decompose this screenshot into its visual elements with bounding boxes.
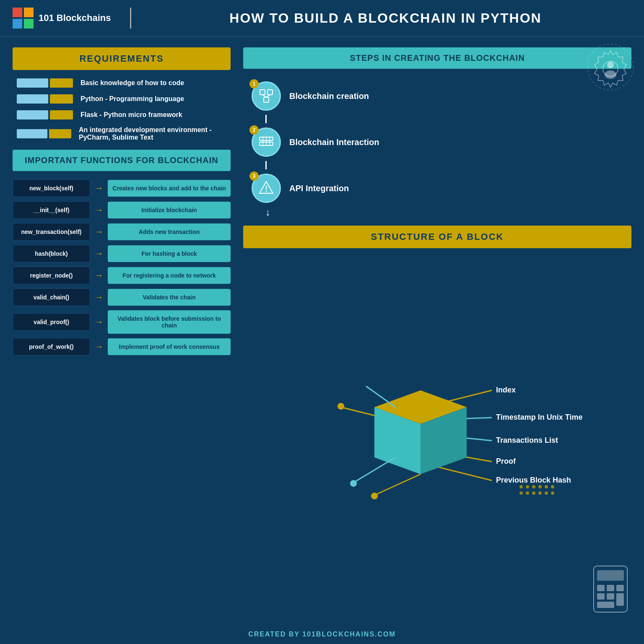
svg-rect-61	[597, 602, 614, 608]
logo-area: 101 Blockchains	[13, 8, 122, 29]
block-structure-header: STRUCTURE OF A BLOCK	[243, 226, 631, 248]
calculator-decoration	[589, 564, 631, 616]
svg-point-52	[338, 403, 344, 410]
func-desc-4: For registering a node to network	[108, 267, 231, 284]
svg-point-20	[605, 70, 616, 79]
step-num-2: 2	[249, 125, 259, 135]
step-circle-2: 2	[252, 127, 281, 157]
svg-text:Proof: Proof	[496, 457, 516, 465]
req-item-4: An integrated development environment - …	[17, 126, 226, 141]
requirements-header: REQUIREMENTS	[13, 47, 231, 70]
req-bar-4	[17, 129, 71, 138]
step-circle-1: 1	[252, 81, 281, 111]
func-arrow-7: →	[94, 341, 104, 352]
svg-rect-54	[597, 570, 624, 581]
bar-gold	[50, 110, 73, 119]
svg-rect-55	[597, 585, 605, 591]
svg-point-44	[545, 491, 548, 495]
steps-area: 1 Blockchain creation 2	[243, 77, 631, 217]
left-column: REQUIREMENTS Basic knowledge of how to c…	[13, 47, 231, 616]
func-row-3: hash(block) → For hashing a block	[13, 245, 231, 262]
func-name-1: __init__(self)	[13, 201, 90, 219]
footer-text: CREATED BY 101BLOCKCHAINS.COM	[248, 631, 396, 638]
header: 101 Blockchains HOW TO BUILD A BLOCKCHAI…	[0, 0, 644, 37]
svg-point-35	[526, 485, 529, 488]
svg-rect-57	[616, 585, 624, 591]
svg-text:Timestamp In Unix Time: Timestamp In Unix Time	[496, 413, 582, 421]
svg-point-34	[519, 485, 523, 488]
bar-blue	[17, 129, 47, 138]
svg-point-42	[532, 491, 535, 495]
svg-line-51	[341, 407, 374, 415]
svg-point-48	[350, 480, 357, 487]
steps-down-arrow: ↓	[265, 207, 623, 217]
bar-gold	[50, 94, 73, 104]
svg-point-39	[551, 485, 554, 488]
step-item-1: 1 Blockchain creation	[252, 77, 623, 115]
svg-point-38	[545, 485, 548, 488]
right-column: STEPS IN CREATING THE BLOCKCHAIN 1 Block…	[243, 47, 631, 616]
func-row-4: register_node() → For registering a node…	[13, 267, 231, 284]
func-desc-1: Initialize blockchain	[108, 202, 231, 218]
func-arrow-3: →	[94, 248, 104, 259]
func-desc-3: For hashing a block	[108, 245, 231, 262]
func-arrow-6: →	[94, 317, 104, 327]
step-num-1: 1	[249, 79, 259, 88]
func-desc-5: Validates the chain	[108, 289, 231, 306]
step-label-3: API Integration	[289, 184, 349, 193]
req-bar-1	[17, 78, 73, 88]
blockchain-icon-2	[258, 134, 275, 151]
svg-point-40	[519, 491, 523, 495]
svg-point-19	[607, 62, 614, 68]
blockchain-icon-1	[258, 88, 275, 104]
svg-point-45	[551, 491, 554, 495]
func-row-0: new_block(self) → Creates new blocks and…	[13, 179, 231, 197]
func-name-2: new_transaction(self)	[13, 223, 90, 241]
requirements-list: Basic knowledge of how to code Python - …	[13, 78, 231, 141]
svg-point-41	[526, 491, 529, 495]
bar-gold	[49, 129, 71, 138]
func-row-2: new_transaction(self) → Adds new transac…	[13, 223, 231, 241]
svg-rect-3	[24, 19, 34, 29]
steps-header: STEPS IN CREATING THE BLOCKCHAIN	[243, 47, 631, 69]
svg-rect-60	[616, 593, 624, 606]
func-desc-0: Creates new blocks and add to the chain	[108, 180, 231, 197]
step-item-2: 2 Blockchain Interaction	[252, 123, 623, 161]
svg-point-49	[371, 493, 378, 499]
bar-blue	[17, 78, 48, 88]
func-name-4: register_node()	[13, 267, 90, 284]
svg-rect-4	[260, 90, 265, 95]
gear-icon	[585, 42, 636, 92]
func-arrow-0: →	[94, 183, 104, 194]
svg-point-36	[532, 485, 535, 488]
calculator-icon	[589, 564, 631, 614]
func-name-0: new_block(self)	[13, 179, 90, 197]
step-connector-2	[265, 161, 267, 169]
svg-rect-6	[264, 97, 269, 102]
svg-line-50	[366, 386, 395, 407]
logo-icon	[13, 8, 34, 29]
bar-blue	[17, 110, 48, 119]
func-desc-2: Adds new transaction	[108, 223, 231, 240]
functions-list: new_block(self) → Creates new blocks and…	[13, 179, 231, 356]
req-item-1: Basic knowledge of how to code	[17, 78, 226, 88]
step-connector-1	[265, 115, 267, 123]
blockchain-icon-3	[258, 180, 275, 197]
logo-text: 101 Blockchains	[39, 13, 111, 23]
svg-point-16	[266, 191, 267, 192]
svg-rect-0	[13, 8, 22, 17]
req-text-3: Flask - Python micro framework	[80, 111, 182, 119]
svg-rect-58	[597, 593, 605, 600]
svg-text:Transactions List: Transactions List	[496, 436, 558, 444]
footer: CREATED BY 101BLOCKCHAINS.COM	[0, 626, 644, 642]
bar-gold	[50, 78, 73, 88]
func-row-1: __init__(self) → Initialize blockchain	[13, 201, 231, 219]
func-arrow-5: →	[94, 292, 104, 303]
header-divider	[130, 8, 131, 29]
svg-rect-1	[24, 8, 34, 17]
block-structure-svg: Index Timestamp In Unix Time Transaction…	[243, 374, 631, 499]
step-label-1: Blockchain creation	[289, 91, 369, 101]
step-label-2: Blockchain Interaction	[289, 138, 379, 147]
req-bar-2	[17, 94, 73, 104]
functions-header: IMPORTANT FUNCTIONS FOR BLOCKCHAIN	[13, 150, 231, 171]
